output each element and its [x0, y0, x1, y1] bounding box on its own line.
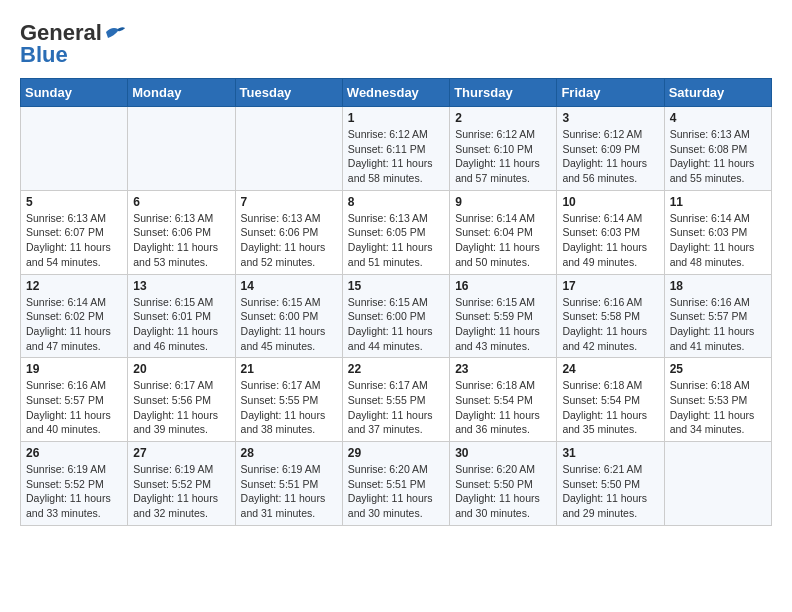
- day-info: Sunrise: 6:14 AMSunset: 6:02 PMDaylight:…: [26, 295, 122, 354]
- calendar-cell: 6Sunrise: 6:13 AMSunset: 6:06 PMDaylight…: [128, 190, 235, 274]
- calendar-week-row: 19Sunrise: 6:16 AMSunset: 5:57 PMDayligh…: [21, 358, 772, 442]
- logo: General Blue: [20, 20, 126, 68]
- day-number: 9: [455, 195, 551, 209]
- day-info: Sunrise: 6:21 AMSunset: 5:50 PMDaylight:…: [562, 462, 658, 521]
- day-info: Sunrise: 6:16 AMSunset: 5:57 PMDaylight:…: [670, 295, 766, 354]
- weekday-header-sunday: Sunday: [21, 79, 128, 107]
- calendar-cell: 10Sunrise: 6:14 AMSunset: 6:03 PMDayligh…: [557, 190, 664, 274]
- day-number: 17: [562, 279, 658, 293]
- day-number: 12: [26, 279, 122, 293]
- day-info: Sunrise: 6:17 AMSunset: 5:56 PMDaylight:…: [133, 378, 229, 437]
- day-number: 11: [670, 195, 766, 209]
- day-info: Sunrise: 6:12 AMSunset: 6:09 PMDaylight:…: [562, 127, 658, 186]
- day-info: Sunrise: 6:15 AMSunset: 6:00 PMDaylight:…: [241, 295, 337, 354]
- day-info: Sunrise: 6:18 AMSunset: 5:54 PMDaylight:…: [455, 378, 551, 437]
- calendar-cell: [21, 107, 128, 191]
- day-info: Sunrise: 6:13 AMSunset: 6:07 PMDaylight:…: [26, 211, 122, 270]
- calendar-cell: 17Sunrise: 6:16 AMSunset: 5:58 PMDayligh…: [557, 274, 664, 358]
- calendar-cell: 25Sunrise: 6:18 AMSunset: 5:53 PMDayligh…: [664, 358, 771, 442]
- day-info: Sunrise: 6:15 AMSunset: 6:01 PMDaylight:…: [133, 295, 229, 354]
- calendar-week-row: 26Sunrise: 6:19 AMSunset: 5:52 PMDayligh…: [21, 442, 772, 526]
- day-info: Sunrise: 6:20 AMSunset: 5:51 PMDaylight:…: [348, 462, 444, 521]
- day-number: 8: [348, 195, 444, 209]
- day-number: 13: [133, 279, 229, 293]
- calendar-cell: [664, 442, 771, 526]
- calendar-cell: 27Sunrise: 6:19 AMSunset: 5:52 PMDayligh…: [128, 442, 235, 526]
- day-number: 31: [562, 446, 658, 460]
- day-number: 5: [26, 195, 122, 209]
- page-header: General Blue: [20, 20, 772, 68]
- day-info: Sunrise: 6:18 AMSunset: 5:53 PMDaylight:…: [670, 378, 766, 437]
- weekday-header-wednesday: Wednesday: [342, 79, 449, 107]
- calendar-cell: [235, 107, 342, 191]
- calendar-cell: 31Sunrise: 6:21 AMSunset: 5:50 PMDayligh…: [557, 442, 664, 526]
- day-number: 1: [348, 111, 444, 125]
- calendar-week-row: 1Sunrise: 6:12 AMSunset: 6:11 PMDaylight…: [21, 107, 772, 191]
- calendar-week-row: 12Sunrise: 6:14 AMSunset: 6:02 PMDayligh…: [21, 274, 772, 358]
- calendar-cell: 14Sunrise: 6:15 AMSunset: 6:00 PMDayligh…: [235, 274, 342, 358]
- day-number: 29: [348, 446, 444, 460]
- calendar-cell: 8Sunrise: 6:13 AMSunset: 6:05 PMDaylight…: [342, 190, 449, 274]
- day-info: Sunrise: 6:17 AMSunset: 5:55 PMDaylight:…: [348, 378, 444, 437]
- calendar-table: SundayMondayTuesdayWednesdayThursdayFrid…: [20, 78, 772, 526]
- day-number: 2: [455, 111, 551, 125]
- day-info: Sunrise: 6:13 AMSunset: 6:06 PMDaylight:…: [241, 211, 337, 270]
- weekday-header-friday: Friday: [557, 79, 664, 107]
- day-number: 26: [26, 446, 122, 460]
- calendar-cell: 1Sunrise: 6:12 AMSunset: 6:11 PMDaylight…: [342, 107, 449, 191]
- weekday-header-row: SundayMondayTuesdayWednesdayThursdayFrid…: [21, 79, 772, 107]
- calendar-cell: 3Sunrise: 6:12 AMSunset: 6:09 PMDaylight…: [557, 107, 664, 191]
- day-number: 20: [133, 362, 229, 376]
- day-number: 10: [562, 195, 658, 209]
- weekday-header-monday: Monday: [128, 79, 235, 107]
- day-number: 18: [670, 279, 766, 293]
- day-number: 24: [562, 362, 658, 376]
- day-number: 14: [241, 279, 337, 293]
- calendar-cell: 15Sunrise: 6:15 AMSunset: 6:00 PMDayligh…: [342, 274, 449, 358]
- day-number: 22: [348, 362, 444, 376]
- day-number: 7: [241, 195, 337, 209]
- day-info: Sunrise: 6:13 AMSunset: 6:08 PMDaylight:…: [670, 127, 766, 186]
- day-info: Sunrise: 6:16 AMSunset: 5:57 PMDaylight:…: [26, 378, 122, 437]
- day-info: Sunrise: 6:12 AMSunset: 6:11 PMDaylight:…: [348, 127, 444, 186]
- day-number: 28: [241, 446, 337, 460]
- calendar-cell: 20Sunrise: 6:17 AMSunset: 5:56 PMDayligh…: [128, 358, 235, 442]
- calendar-cell: 2Sunrise: 6:12 AMSunset: 6:10 PMDaylight…: [450, 107, 557, 191]
- calendar-cell: 4Sunrise: 6:13 AMSunset: 6:08 PMDaylight…: [664, 107, 771, 191]
- calendar-cell: 26Sunrise: 6:19 AMSunset: 5:52 PMDayligh…: [21, 442, 128, 526]
- day-info: Sunrise: 6:14 AMSunset: 6:03 PMDaylight:…: [670, 211, 766, 270]
- day-info: Sunrise: 6:15 AMSunset: 5:59 PMDaylight:…: [455, 295, 551, 354]
- day-number: 6: [133, 195, 229, 209]
- calendar-cell: 22Sunrise: 6:17 AMSunset: 5:55 PMDayligh…: [342, 358, 449, 442]
- day-number: 23: [455, 362, 551, 376]
- calendar-cell: 9Sunrise: 6:14 AMSunset: 6:04 PMDaylight…: [450, 190, 557, 274]
- day-number: 3: [562, 111, 658, 125]
- calendar-cell: 5Sunrise: 6:13 AMSunset: 6:07 PMDaylight…: [21, 190, 128, 274]
- calendar-cell: 28Sunrise: 6:19 AMSunset: 5:51 PMDayligh…: [235, 442, 342, 526]
- day-info: Sunrise: 6:19 AMSunset: 5:52 PMDaylight:…: [26, 462, 122, 521]
- calendar-cell: 13Sunrise: 6:15 AMSunset: 6:01 PMDayligh…: [128, 274, 235, 358]
- day-number: 25: [670, 362, 766, 376]
- day-info: Sunrise: 6:19 AMSunset: 5:51 PMDaylight:…: [241, 462, 337, 521]
- calendar-cell: 18Sunrise: 6:16 AMSunset: 5:57 PMDayligh…: [664, 274, 771, 358]
- weekday-header-thursday: Thursday: [450, 79, 557, 107]
- calendar-cell: 29Sunrise: 6:20 AMSunset: 5:51 PMDayligh…: [342, 442, 449, 526]
- day-info: Sunrise: 6:14 AMSunset: 6:04 PMDaylight:…: [455, 211, 551, 270]
- calendar-week-row: 5Sunrise: 6:13 AMSunset: 6:07 PMDaylight…: [21, 190, 772, 274]
- calendar-cell: 12Sunrise: 6:14 AMSunset: 6:02 PMDayligh…: [21, 274, 128, 358]
- calendar-body: 1Sunrise: 6:12 AMSunset: 6:11 PMDaylight…: [21, 107, 772, 526]
- day-info: Sunrise: 6:13 AMSunset: 6:05 PMDaylight:…: [348, 211, 444, 270]
- weekday-header-tuesday: Tuesday: [235, 79, 342, 107]
- day-number: 30: [455, 446, 551, 460]
- calendar-header: SundayMondayTuesdayWednesdayThursdayFrid…: [21, 79, 772, 107]
- day-info: Sunrise: 6:13 AMSunset: 6:06 PMDaylight:…: [133, 211, 229, 270]
- day-number: 27: [133, 446, 229, 460]
- calendar-cell: [128, 107, 235, 191]
- calendar-cell: 16Sunrise: 6:15 AMSunset: 5:59 PMDayligh…: [450, 274, 557, 358]
- calendar-cell: 21Sunrise: 6:17 AMSunset: 5:55 PMDayligh…: [235, 358, 342, 442]
- day-number: 15: [348, 279, 444, 293]
- day-number: 4: [670, 111, 766, 125]
- day-info: Sunrise: 6:18 AMSunset: 5:54 PMDaylight:…: [562, 378, 658, 437]
- weekday-header-saturday: Saturday: [664, 79, 771, 107]
- day-info: Sunrise: 6:20 AMSunset: 5:50 PMDaylight:…: [455, 462, 551, 521]
